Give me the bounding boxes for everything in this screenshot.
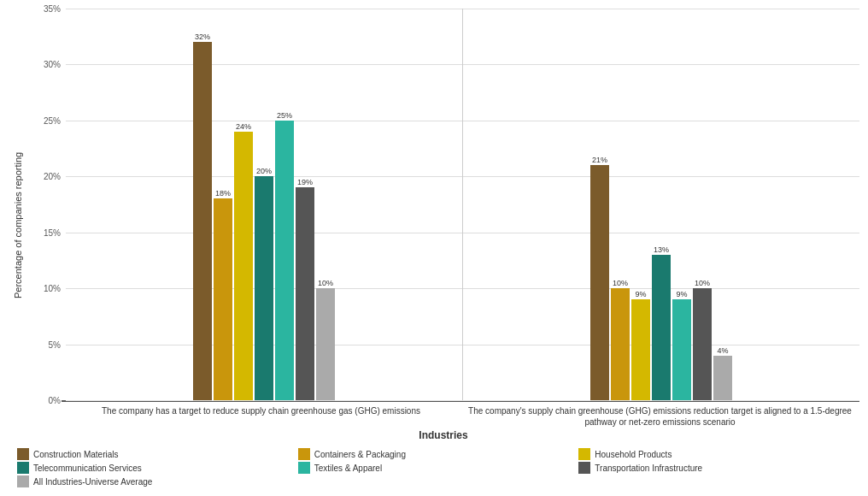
x-axis-group-label: The company has a target to reduce suppl… <box>62 405 460 428</box>
legend-color-swatch <box>298 462 310 474</box>
legend-color-swatch <box>17 448 29 460</box>
bar <box>590 165 609 400</box>
bar-value-label: 13% <box>654 245 669 254</box>
bar-wrapper: 32% <box>193 9 212 400</box>
bar-wrapper: 4% <box>713 9 732 400</box>
bar <box>255 176 273 400</box>
legend-label: Telecommunication Services <box>33 464 142 473</box>
bar-wrapper: 9% <box>672 9 691 400</box>
legend-color-swatch <box>578 448 590 460</box>
x-axis-title: Industries <box>27 429 859 441</box>
bar-wrapper: 24% <box>234 9 253 400</box>
bar <box>275 121 294 400</box>
legend-item: Household Products <box>578 448 851 460</box>
bar-wrapper: 10% <box>693 9 712 400</box>
legend-color-swatch <box>578 462 590 474</box>
legend-item: Construction Materials <box>17 448 290 460</box>
legend-label: Containers & Packaging <box>314 450 406 459</box>
bar-value-label: 10% <box>318 279 333 287</box>
y-tick-label: 0% <box>49 396 61 405</box>
y-tick-label: 10% <box>44 284 61 293</box>
legend-color-swatch <box>17 475 29 487</box>
bar <box>713 356 732 400</box>
legend-color-swatch <box>17 462 29 474</box>
bar <box>611 288 630 400</box>
legend-item: All Industries-Universe Average <box>17 475 290 487</box>
bar-value-label: 18% <box>215 189 231 198</box>
bar-group: 21%10%9%13%9%10%4% <box>463 9 859 400</box>
bar <box>631 299 650 400</box>
bar-wrapper: 25% <box>275 9 294 400</box>
legend-item: Textiles & Apparel <box>298 462 571 474</box>
bar-value-label: 25% <box>277 111 292 120</box>
bar-wrapper: 20% <box>255 9 273 400</box>
bar-wrapper: 9% <box>631 9 650 400</box>
y-tick-label: 30% <box>44 60 61 69</box>
bar <box>193 42 212 400</box>
legend-item: Telecommunication Services <box>17 462 290 474</box>
x-labels: The company has a target to reduce suppl… <box>62 405 859 428</box>
bar-wrapper: 10% <box>611 9 630 400</box>
bar <box>652 255 671 400</box>
chart-inner: 0%5%10%15%20%25%30%35% 32%18%24%20%25%19… <box>27 9 859 441</box>
bar-wrapper: 13% <box>652 9 671 400</box>
bar <box>316 288 335 400</box>
bar-value-label: 21% <box>592 156 607 164</box>
bar <box>672 299 691 400</box>
bar-value-label: 9% <box>676 290 687 298</box>
bar-value-label: 19% <box>297 178 313 186</box>
y-tick-label: 15% <box>44 227 61 237</box>
bar-value-label: 4% <box>717 346 728 355</box>
legend-label: Household Products <box>595 450 672 459</box>
legend-label: All Industries-Universe Average <box>33 477 152 487</box>
grid-line <box>66 400 859 401</box>
bar-value-label: 24% <box>236 122 251 131</box>
y-tick-label: 35% <box>44 4 61 14</box>
legend-label: Construction Materials <box>33 450 118 459</box>
y-tick-label: 25% <box>44 115 61 125</box>
bars-area: 32%18%24%20%25%19%10%21%10%9%13%9%10%4% <box>66 9 859 400</box>
bar-value-label: 9% <box>635 290 646 298</box>
bar <box>693 288 712 400</box>
x-axis-group-label: The company's supply chain greenhouse (G… <box>460 405 859 428</box>
bar <box>214 198 232 400</box>
plot-area: 0%5%10%15%20%25%30%35% 32%18%24%20%25%19… <box>32 9 859 400</box>
bar-value-label: 20% <box>256 167 272 175</box>
legend-label: Transportation Infrastructure <box>595 464 702 473</box>
y-tick-label: 20% <box>44 172 61 181</box>
bar-value-label: 10% <box>695 279 710 287</box>
chart-area: Percentage of companies reporting 0%5%10… <box>9 9 859 441</box>
bar-group: 32%18%24%20%25%19%10% <box>66 9 462 400</box>
bar-value-label: 32% <box>195 32 210 41</box>
y-axis-label: Percentage of companies reporting <box>9 9 27 441</box>
legend-label: Textiles & Apparel <box>314 464 383 473</box>
legend-item: Transportation Infrastructure <box>578 462 851 474</box>
legend-item: Containers & Packaging <box>298 448 571 460</box>
chart-container: Percentage of companies reporting 0%5%10… <box>0 0 868 496</box>
y-tick-label: 5% <box>49 340 61 349</box>
y-tick-labels: 0%5%10%15%20%25%30%35% <box>32 9 64 400</box>
bar-wrapper: 19% <box>296 9 314 400</box>
bar-value-label: 10% <box>613 279 628 287</box>
legend-color-swatch <box>298 448 310 460</box>
bar <box>296 187 314 400</box>
bar-wrapper: 18% <box>214 9 232 400</box>
legend: Construction MaterialsContainers & Packa… <box>9 448 859 487</box>
bar-wrapper: 10% <box>316 9 335 400</box>
bar <box>234 132 253 400</box>
bar-wrapper: 21% <box>590 9 609 400</box>
